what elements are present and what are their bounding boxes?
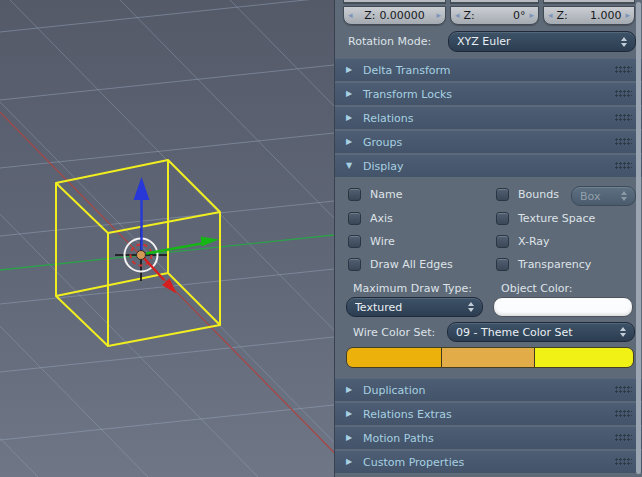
checkbox-texture-space[interactable]: [496, 212, 509, 225]
bounds-type-dropdown[interactable]: Box: [571, 186, 636, 206]
panel-scrollbar[interactable]: [636, 2, 641, 474]
checkbox-name-label: Name: [370, 188, 402, 201]
checkbox-transparency-label: Transparency: [518, 258, 591, 271]
number-field-stub: [343, 0, 446, 4]
checkbox-bounds-label: Bounds: [518, 188, 559, 201]
scale-z-field[interactable]: ◂ Z: 1.000 ▸: [543, 6, 635, 25]
expand-arrow-icon: ▶: [346, 114, 355, 122]
expand-arrow-icon: ▶: [346, 66, 355, 74]
rotation-mode-label: Rotation Mode:: [348, 35, 431, 48]
bounds-type-value: Box: [580, 190, 615, 203]
wire-color-swatch-row: [346, 347, 634, 368]
section-transform-locks[interactable]: ▶ Transform Locks: [335, 82, 642, 105]
checkbox-wire-label: Wire: [370, 235, 395, 248]
expand-arrow-icon: ▶: [346, 386, 355, 394]
section-label: Transform Locks: [363, 88, 452, 101]
section-label: Display: [363, 160, 404, 173]
max-draw-type-label: Maximum Draw Type:: [353, 282, 472, 295]
section-duplication[interactable]: ▶ Duplication: [335, 378, 642, 401]
panel-grip-icon[interactable]: [615, 90, 632, 98]
viewport-scene: [0, 0, 334, 477]
object-origin-dot: [137, 251, 146, 260]
panel-grip-icon[interactable]: [615, 410, 632, 418]
panel-grip-icon[interactable]: [615, 434, 632, 442]
max-draw-type-dropdown[interactable]: Textured: [346, 297, 483, 317]
panel-grip-icon[interactable]: [615, 114, 632, 122]
checkbox-name[interactable]: [348, 188, 361, 201]
rotation-mode-dropdown[interactable]: XYZ Euler: [448, 31, 636, 52]
3d-viewport[interactable]: [0, 0, 334, 477]
number-field-stub: [450, 0, 539, 4]
wire-color-swatch-3[interactable]: [534, 348, 633, 367]
updown-arrows-icon: [468, 302, 474, 312]
object-color-label: Object Color:: [501, 282, 573, 295]
panel-grip-icon[interactable]: [615, 386, 632, 394]
expand-arrow-icon: ▶: [346, 434, 355, 442]
section-label: Duplication: [363, 384, 425, 397]
checkbox-bounds[interactable]: [496, 188, 509, 201]
section-label: Groups: [363, 136, 402, 149]
checkbox-draw-all-edges-label: Draw All Edges: [370, 258, 453, 271]
collapse-arrow-icon: ▼: [346, 162, 355, 170]
checkbox-draw-all-edges[interactable]: [348, 258, 361, 271]
field-value: 0°: [513, 9, 526, 22]
checkbox-transparency[interactable]: [496, 258, 509, 271]
increment-arrow-icon[interactable]: ▸: [529, 11, 534, 20]
field-label: Z:: [364, 9, 375, 22]
updown-arrows-icon: [621, 37, 627, 47]
section-label: Delta Transform: [363, 64, 451, 77]
increment-arrow-icon[interactable]: ▸: [625, 11, 630, 20]
checkbox-axis[interactable]: [348, 212, 361, 225]
field-label: Z:: [464, 9, 475, 22]
field-value: 1.000: [590, 9, 622, 22]
expand-arrow-icon: ▶: [346, 458, 355, 466]
section-label: Relations: [363, 112, 414, 125]
section-label: Motion Paths: [363, 432, 434, 445]
panel-grip-icon[interactable]: [615, 138, 632, 146]
panel-grip-icon[interactable]: [615, 66, 632, 74]
updown-arrows-icon: [620, 327, 626, 337]
section-display[interactable]: ▼ Display: [335, 154, 642, 177]
section-relations[interactable]: ▶ Relations: [335, 106, 642, 129]
properties-panel: ◂ Z: 0.00000 ▸ ◂ Z: 0° ▸ ◂ Z: 1.000 ▸ Ro…: [334, 0, 642, 477]
rotation-z-field[interactable]: ◂ Z: 0° ▸: [450, 6, 539, 25]
rotation-mode-value: XYZ Euler: [457, 35, 615, 48]
section-label: Relations Extras: [363, 408, 452, 421]
expand-arrow-icon: ▶: [346, 138, 355, 146]
expand-arrow-icon: ▶: [346, 410, 355, 418]
checkbox-xray-label: X-Ray: [518, 235, 550, 248]
checkbox-axis-label: Axis: [370, 212, 393, 225]
checkbox-wire[interactable]: [348, 235, 361, 248]
wire-color-set-value: 09 - Theme Color Set: [456, 326, 614, 339]
field-label: Z:: [557, 9, 568, 22]
wire-color-set-dropdown[interactable]: 09 - Theme Color Set: [447, 322, 635, 342]
max-draw-type-value: Textured: [355, 301, 462, 314]
section-groups[interactable]: ▶ Groups: [335, 130, 642, 153]
increment-arrow-icon[interactable]: ▸: [436, 11, 441, 20]
wire-color-swatch-1[interactable]: [347, 348, 441, 367]
panel-grip-icon[interactable]: [615, 162, 632, 170]
location-z-field[interactable]: ◂ Z: 0.00000 ▸: [343, 6, 446, 25]
transform-gizmo[interactable]: [134, 177, 220, 294]
section-label: Custom Properties: [363, 456, 464, 469]
checkbox-xray[interactable]: [496, 235, 509, 248]
panel-grip-icon[interactable]: [615, 458, 632, 466]
expand-arrow-icon: ▶: [346, 90, 355, 98]
section-custom-properties[interactable]: ▶ Custom Properties: [335, 450, 642, 473]
updown-arrows-icon: [621, 191, 627, 201]
section-delta-transform[interactable]: ▶ Delta Transform: [335, 58, 642, 81]
field-value: 0.00000: [379, 9, 425, 22]
section-motion-paths[interactable]: ▶ Motion Paths: [335, 426, 642, 449]
section-relations-extras[interactable]: ▶ Relations Extras: [335, 402, 642, 425]
object-color-swatch[interactable]: [493, 297, 633, 317]
wire-color-swatch-2[interactable]: [441, 348, 533, 367]
wire-color-set-label: Wire Color Set:: [353, 326, 435, 339]
number-field-stub: [543, 0, 635, 4]
checkbox-texture-space-label: Texture Space: [518, 212, 595, 225]
